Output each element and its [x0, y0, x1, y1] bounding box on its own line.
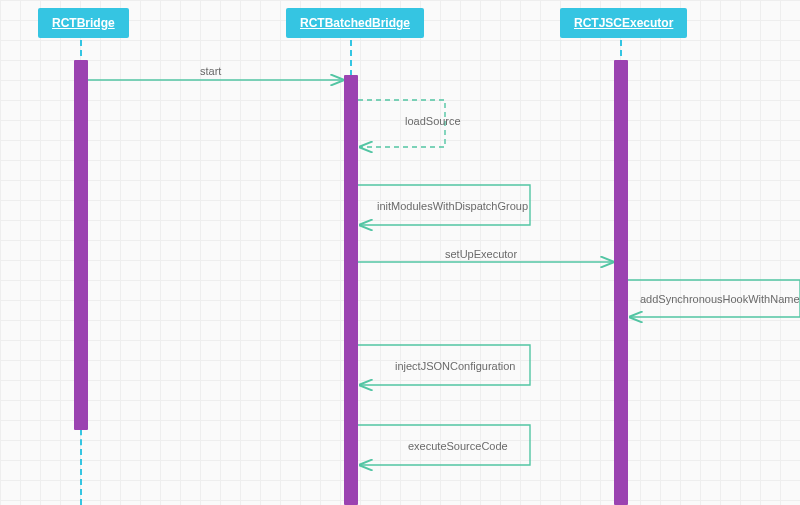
label-initmodules: initModulesWithDispatchGroup [377, 200, 528, 212]
activation-rctbridge [74, 60, 88, 430]
participant-rctbridge: RCTBridge [38, 8, 129, 38]
label-setupexecutor: setUpExecutor [445, 248, 517, 260]
participant-rctbatchedbridge: RCTBatchedBridge [286, 8, 424, 38]
participant-rctjscexecutor: RCTJSCExecutor [560, 8, 687, 38]
activation-rctjscexecutor [614, 60, 628, 505]
label-executesource: executeSourceCode [408, 440, 508, 452]
label-start: start [200, 65, 221, 77]
label-injectjson: injectJSONConfiguration [395, 360, 515, 372]
sequence-arrows [0, 0, 800, 505]
label-addhook: addSynchronousHookWithName [640, 293, 800, 305]
label-loadsource: loadSource [405, 115, 461, 127]
activation-rctbatchedbridge [344, 75, 358, 505]
